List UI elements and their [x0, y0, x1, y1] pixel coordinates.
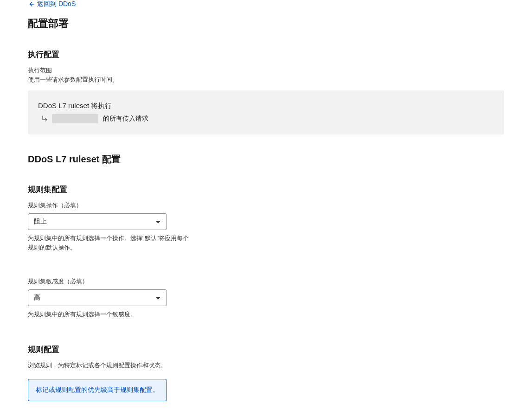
arrow-left-icon	[28, 1, 34, 7]
exec-scope-desc: 使用一些请求参数配置执行时间。	[28, 76, 504, 84]
page-title: 配置部署	[28, 17, 504, 31]
will-execute-suffix: 将执行	[89, 102, 112, 109]
ruleset-sensitivity-help: 为规则集中的所有规则选择一个敏感度。	[28, 310, 195, 319]
masked-domain	[52, 114, 98, 123]
back-link[interactable]: 返回到 DDoS	[28, 0, 76, 8]
ruleset-action-label: 规则集操作（必填）	[28, 201, 504, 210]
corner-down-right-icon	[42, 115, 47, 122]
rule-config-notice: 标记或规则配置的优先级高于规则集配置。	[28, 379, 167, 401]
chevron-down-icon	[155, 295, 161, 301]
rule-config-title: 规则配置	[28, 344, 504, 355]
ruleset-sensitivity-select[interactable]: 高	[28, 289, 167, 306]
exec-scope-label: 执行范围	[28, 66, 504, 75]
ruleset-action-help: 为规则集中的所有规则选择一个操作。选择"默认"将应用每个规则的默认操作。	[28, 234, 195, 252]
ruleset-sensitivity-value: 高	[34, 294, 40, 302]
chevron-down-icon	[155, 219, 161, 224]
exec-info-panel: DDoS L7 ruleset 将执行 的所有传入请求	[28, 90, 504, 135]
exec-panel-line1: DDoS L7 ruleset 将执行	[38, 102, 494, 110]
ruleset-action-value: 阻止	[34, 218, 47, 226]
exec-panel-line2: 的所有传入请求	[38, 114, 494, 123]
ruleset-name: DDoS L7 ruleset	[38, 102, 89, 109]
ruleset-config-title: 规则集配置	[28, 184, 504, 195]
all-incoming-suffix: 的所有传入请求	[103, 115, 148, 123]
back-link-label: 返回到 DDoS	[37, 0, 76, 8]
exec-section-title: 执行配置	[28, 49, 504, 60]
ruleset-action-select[interactable]: 阻止	[28, 213, 167, 230]
ruleset-sensitivity-label: 规则集敏感度（必填）	[28, 277, 504, 286]
config-section-title: DDoS L7 ruleset 配置	[28, 153, 504, 166]
rule-config-desc: 浏览规则，为特定标记或各个规则配置操作和状态。	[28, 361, 504, 370]
